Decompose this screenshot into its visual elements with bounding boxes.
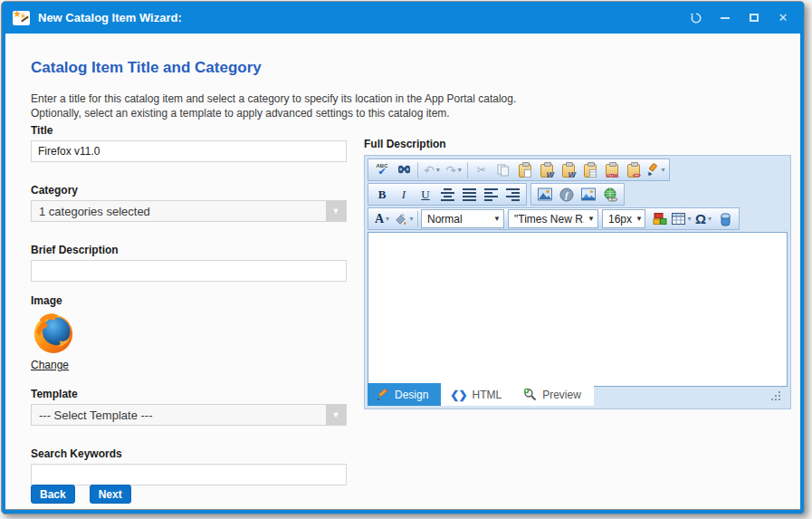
design-pencil-icon <box>377 389 389 401</box>
minimize-button[interactable] <box>713 7 737 29</box>
paste-from-word-button[interactable]: W <box>536 160 558 180</box>
underline-icon: U <box>421 188 429 200</box>
insert-table-icon <box>672 213 685 225</box>
toolbar-row-2: B I U <box>368 182 788 207</box>
background-color-button[interactable]: ▾ <box>393 209 415 229</box>
template-dropdown[interactable]: --- Select Template --- ▼ <box>31 404 347 426</box>
template-label: Template <box>31 388 347 400</box>
paste-as-html-icon: HTML <box>606 164 618 178</box>
font-name-dropdown[interactable]: "Times New R... ▼ <box>508 209 598 228</box>
maximize-button[interactable] <box>742 7 766 29</box>
rich-text-editor: ABC✔ ↶▾ <box>364 155 791 409</box>
paragraph-style-value: Normal <box>427 213 463 226</box>
paste-from-word-icon: W <box>540 164 553 178</box>
editor-resize-grip[interactable] <box>771 391 782 400</box>
undo-icon: ↶ <box>424 164 435 177</box>
chevron-down-icon: ▼ <box>332 410 340 419</box>
screen: ★ ★ New Catalog Item Wizard: ✕ Catalog I… <box>0 0 812 519</box>
spellcheck-button[interactable]: ABC✔ <box>371 160 393 180</box>
align-right-button[interactable] <box>502 185 523 205</box>
insert-snippet-icon <box>653 212 667 226</box>
titlebar: ★ ★ New Catalog Item Wizard: ✕ <box>5 2 800 34</box>
title-label: Title <box>31 124 347 137</box>
preview-magnifier-icon <box>523 388 537 401</box>
search-keywords-input[interactable] <box>31 464 347 485</box>
paste-markup-button[interactable]: <> <box>623 160 645 180</box>
insert-table-button[interactable]: ▾ <box>671 209 693 229</box>
paste-plain-text-button[interactable] <box>579 160 601 180</box>
undo-dropdown-icon: ▾ <box>436 166 440 174</box>
media-manager-icon <box>581 187 596 201</box>
insert-symbol-icon: Ω <box>695 212 706 226</box>
format-stripper-button[interactable]: ▾ <box>645 160 666 180</box>
cut-button[interactable]: ✂ <box>471 160 492 180</box>
title-input[interactable] <box>31 140 347 162</box>
tab-preview[interactable]: Preview <box>514 383 594 406</box>
hyperlink-manager-button[interactable] <box>599 185 621 205</box>
tab-design[interactable]: Design <box>368 383 441 406</box>
change-image-link[interactable]: Change <box>31 359 69 371</box>
paste-from-word-clean-button[interactable]: W <box>558 160 579 180</box>
refresh-button[interactable] <box>684 7 708 29</box>
chevron-down-icon: ▼ <box>332 207 340 216</box>
find-and-replace-button[interactable] <box>393 160 415 180</box>
silverlight-manager-button[interactable] <box>714 209 736 229</box>
maximize-icon <box>750 14 759 22</box>
tab-html[interactable]: ❮❯ HTML <box>441 383 514 406</box>
align-left-button[interactable] <box>480 185 502 205</box>
hyperlink-manager-icon <box>603 187 618 202</box>
editor-column: Full Description ABC✔ <box>364 138 791 409</box>
window-title: New Catalog Item Wizard: <box>38 11 684 24</box>
font-size-value: 16px <box>608 213 632 226</box>
insert-symbol-button[interactable]: Ω▾ <box>693 209 714 229</box>
undo-button[interactable]: ↶▾ <box>421 160 443 180</box>
font-size-dropdown[interactable]: 16px ▼ <box>602 209 645 228</box>
bold-button[interactable]: B <box>371 185 393 205</box>
close-icon: ✕ <box>779 11 788 24</box>
insert-snippet-button[interactable] <box>649 209 671 229</box>
flash-manager-icon: f <box>559 187 574 202</box>
category-dropdown[interactable]: 1 categories selected ▼ <box>31 200 347 222</box>
paste-as-html-button[interactable]: HTML <box>601 160 623 180</box>
category-label: Category <box>31 184 347 197</box>
media-manager-button[interactable] <box>578 185 599 205</box>
tab-html-label: HTML <box>472 389 502 401</box>
align-center-icon <box>441 188 454 201</box>
back-button[interactable]: Back <box>31 485 75 504</box>
toolbar-group-format: B I U <box>368 183 527 206</box>
image-manager-button[interactable] <box>534 185 556 205</box>
search-keywords-label: Search Keywords <box>31 447 347 460</box>
refresh-icon <box>690 12 702 24</box>
redo-button[interactable]: ↷▾ <box>443 160 464 180</box>
font-name-value: "Times New R... <box>514 213 584 226</box>
brief-description-input[interactable] <box>31 260 347 282</box>
paragraph-style-dropdown[interactable]: Normal ▼ <box>421 209 504 228</box>
paste-button[interactable] <box>514 160 536 180</box>
copy-button[interactable] <box>492 160 514 180</box>
full-description-label: Full Description <box>364 138 791 150</box>
font-color-button[interactable]: A▾ <box>371 209 393 229</box>
toolbar-group-insert: f <box>530 183 625 206</box>
template-dropdown-button[interactable]: ▼ <box>326 405 346 425</box>
wizard-body: Catalog Item Title and Category Enter a … <box>5 34 800 510</box>
italic-button[interactable]: I <box>393 185 415 205</box>
flash-manager-button[interactable]: f <box>556 185 578 205</box>
editor-mode-tabs: Design ❮❯ HTML <box>368 383 594 406</box>
editor-content-area[interactable] <box>368 232 788 387</box>
form-column: Title Category 1 categories selected ▼ B… <box>31 124 347 485</box>
underline-button[interactable]: U <box>415 185 436 205</box>
next-button[interactable]: Next <box>90 485 131 504</box>
redo-dropdown-icon: ▾ <box>458 166 462 174</box>
close-button[interactable]: ✕ <box>771 7 795 29</box>
background-color-icon <box>394 213 407 226</box>
intro-text: Enter a title for this catalog item and … <box>31 91 516 120</box>
align-right-icon <box>506 188 520 201</box>
toolbar-row-3: A▾ ▾ Normal <box>368 207 788 231</box>
justify-button[interactable] <box>458 185 480 205</box>
intro-line-1: Enter a title for this catalog item and … <box>31 91 516 106</box>
toolbar-group-clipboard: ABC✔ ↶▾ <box>368 159 670 181</box>
minimize-icon <box>721 17 730 19</box>
font-color-icon: A <box>375 213 384 226</box>
align-center-button[interactable] <box>436 185 458 205</box>
category-dropdown-button[interactable]: ▼ <box>326 201 346 221</box>
